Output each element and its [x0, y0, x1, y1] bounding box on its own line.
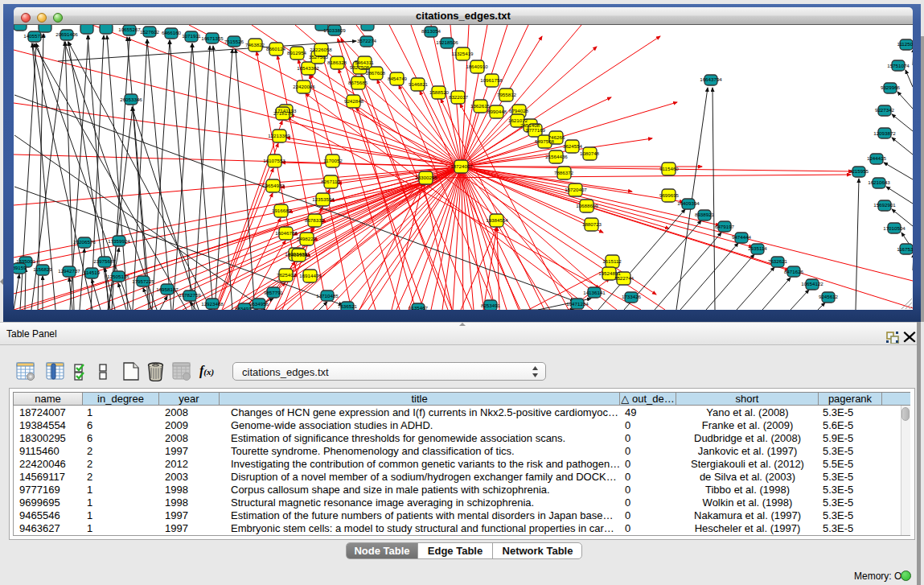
svg-text:9634956: 9634956 — [249, 301, 269, 307]
svg-text:3527503: 3527503 — [309, 54, 329, 60]
svg-text:9227342: 9227342 — [875, 107, 895, 113]
svg-text:114519: 114519 — [84, 270, 101, 275]
svg-text:1167533: 1167533 — [897, 246, 913, 252]
svg-text:5464311: 5464311 — [355, 60, 374, 65]
svg-text:7632621: 7632621 — [768, 258, 788, 264]
svg-text:20691406: 20691406 — [55, 31, 78, 37]
svg-text:8471626: 8471626 — [784, 269, 804, 274]
svg-text:2718176: 2718176 — [273, 110, 294, 116]
svg-text:10471234: 10471234 — [566, 301, 589, 307]
svg-text:17957225: 17957225 — [132, 278, 154, 284]
svg-text:9327508: 9327508 — [350, 64, 370, 70]
svg-text:23300295: 23300295 — [415, 175, 437, 180]
svg-text:7463822: 7463822 — [245, 42, 265, 47]
svg-text:9115460: 9115460 — [659, 166, 679, 171]
svg-text:1335001: 1335001 — [16, 258, 36, 264]
svg-text:26053346: 26053346 — [120, 97, 142, 102]
svg-text:6466160: 6466160 — [162, 30, 182, 35]
svg-text:8454749: 8454749 — [388, 76, 408, 81]
svg-text:8912954: 8912954 — [287, 50, 307, 56]
svg-text:7636521: 7636521 — [338, 303, 358, 309]
svg-text:2935114: 2935114 — [748, 245, 767, 251]
svg-text:14099341: 14099341 — [288, 252, 310, 257]
svg-text:15692901: 15692901 — [873, 202, 896, 208]
svg-text:9329966: 9329966 — [881, 84, 901, 90]
svg-text:7625402: 7625402 — [277, 272, 297, 278]
svg-text:9699695: 9699695 — [659, 192, 680, 198]
svg-text:12353594: 12353594 — [312, 196, 335, 202]
svg-text:9146821: 9146821 — [409, 81, 429, 87]
svg-text:18724007: 18724007 — [450, 163, 473, 169]
svg-text:1080748: 1080748 — [580, 150, 600, 156]
svg-text:7515526: 7515526 — [224, 39, 244, 44]
svg-text:8675685: 8675685 — [348, 80, 368, 85]
svg-text:23226058: 23226058 — [310, 47, 332, 52]
svg-text:8267110: 8267110 — [321, 179, 340, 184]
svg-text:1733426: 1733426 — [622, 294, 642, 299]
svg-text:8938921: 8938921 — [695, 212, 715, 217]
svg-text:39159: 39159 — [14, 265, 27, 270]
svg-text:8813054: 8813054 — [421, 28, 441, 34]
svg-text:17359924: 17359924 — [108, 238, 130, 244]
svg-text:13710485: 13710485 — [316, 293, 339, 299]
svg-text:3624554: 3624554 — [563, 143, 583, 149]
svg-text:16782759: 16782759 — [179, 292, 201, 298]
svg-text:3572274: 3572274 — [357, 38, 377, 43]
svg-text:8322037: 8322037 — [449, 94, 469, 100]
svg-text:19654933: 19654933 — [262, 183, 285, 188]
svg-text:5498222: 5498222 — [297, 236, 317, 241]
svg-text:6794028: 6794028 — [509, 108, 529, 113]
svg-text:9242848: 9242848 — [344, 98, 364, 104]
svg-text:20206576: 20206576 — [73, 239, 96, 245]
svg-text:6479197: 6479197 — [715, 224, 735, 229]
svg-text:9135467: 9135467 — [409, 305, 429, 310]
svg-text:7955812: 7955812 — [497, 92, 517, 97]
svg-text:16958107: 16958107 — [156, 286, 179, 292]
svg-text:12093872: 12093872 — [873, 130, 896, 136]
svg-text:10961758: 10961758 — [480, 77, 503, 83]
svg-text:1916682: 1916682 — [272, 208, 292, 213]
svg-text:16033809: 16033809 — [323, 27, 346, 33]
svg-text:1170052: 1170052 — [323, 158, 343, 163]
svg-text:15720407: 15720407 — [565, 187, 587, 192]
svg-text:12923468: 12923468 — [201, 301, 224, 307]
svg-text:8253491: 8253491 — [481, 303, 501, 308]
svg-text:23975687: 23975687 — [93, 258, 116, 264]
svg-text:16643794: 16643794 — [700, 76, 722, 82]
svg-text:21564436: 21564436 — [545, 154, 568, 159]
svg-text:8990448: 8990448 — [487, 109, 507, 114]
svg-text:1156829: 1156829 — [33, 266, 52, 272]
svg-text:1880723: 1880723 — [582, 221, 602, 227]
svg-text:16107553: 16107553 — [263, 158, 285, 163]
svg-text:1362615: 1362615 — [470, 103, 491, 109]
svg-text:19384554: 19384554 — [486, 217, 508, 223]
svg-text:16210643: 16210643 — [868, 179, 890, 185]
svg-text:3522744: 3522744 — [614, 275, 634, 281]
svg-text:22420046: 22420046 — [293, 84, 315, 89]
svg-text:9777169: 9777169 — [526, 127, 546, 133]
svg-text:16046788: 16046788 — [275, 230, 298, 236]
svg-text:15751074: 15751074 — [887, 63, 910, 68]
svg-text:10654122: 10654122 — [801, 281, 823, 286]
svg-text:1112503: 1112503 — [897, 41, 913, 47]
svg-text:12213369: 12213369 — [268, 133, 290, 138]
svg-text:14136141: 14136141 — [583, 290, 606, 295]
svg-text:14055724: 14055724 — [23, 33, 46, 39]
svg-text:19218506: 19218506 — [436, 39, 458, 45]
svg-text:1244415: 1244415 — [867, 155, 887, 161]
svg-text:16409394: 16409394 — [677, 200, 700, 206]
svg-text:1588520: 1588520 — [429, 89, 450, 95]
svg-text:8678332: 8678332 — [305, 217, 325, 223]
svg-text:8186328: 8186328 — [327, 60, 347, 65]
svg-text:7886372: 7886372 — [554, 170, 574, 175]
svg-text:1615112: 1615112 — [602, 258, 622, 264]
svg-text:1071911: 1071911 — [182, 33, 201, 39]
svg-text:10688609: 10688609 — [576, 203, 598, 208]
svg-text:11325419: 11325419 — [451, 51, 474, 56]
svg-text:9245612: 9245612 — [819, 294, 839, 299]
svg-text:3215955: 3215955 — [849, 168, 869, 174]
svg-text:2867608: 2867608 — [366, 70, 386, 76]
svg-text:8660124: 8660124 — [266, 46, 286, 51]
svg-text:9474444: 9474444 — [732, 234, 752, 240]
svg-text:18640910: 18640910 — [466, 64, 488, 69]
